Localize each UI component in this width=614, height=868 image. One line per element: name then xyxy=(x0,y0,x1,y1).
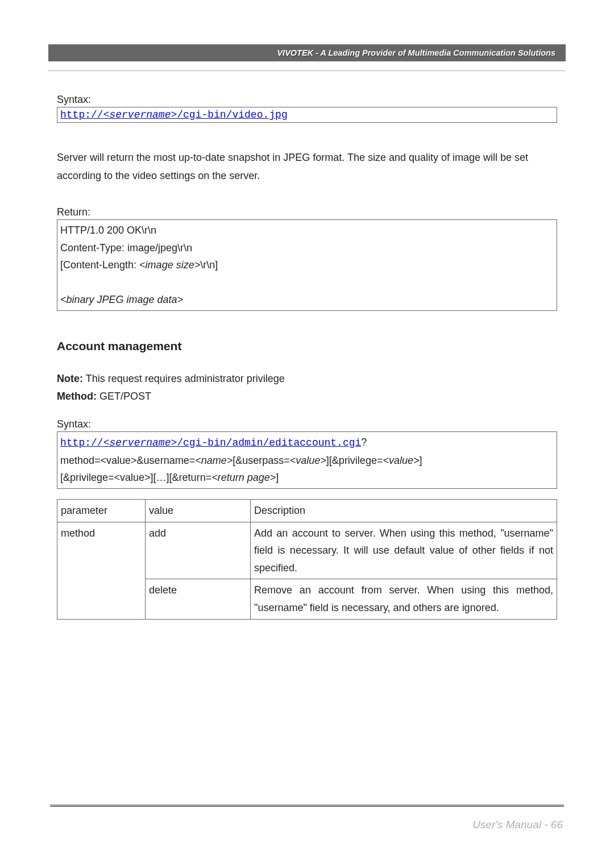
return-line-2: Content-Type: image/jpeg\r\n xyxy=(60,239,554,257)
syntax-line-3: [&privilege=<value>][…][&return=<return … xyxy=(60,469,554,487)
method-label: Method: xyxy=(57,391,97,402)
return-label: Return: xyxy=(57,206,557,218)
table-header-row: parameter value Description xyxy=(57,499,557,522)
params-table: parameter value Description method add A… xyxy=(57,499,557,620)
cell-method: method xyxy=(57,522,146,619)
account-mgmt-heading: Account management xyxy=(57,339,557,353)
return-line-3: [Content-Length: <image size>\r\n] xyxy=(60,256,554,274)
cell-add-desc: Add an account to server. When using thi… xyxy=(251,522,557,579)
syntax-label-2: Syntax: xyxy=(57,418,557,430)
th-parameter: parameter xyxy=(57,499,146,522)
page-footer: User's Manual - 66 xyxy=(472,819,563,831)
cell-add: add xyxy=(146,522,251,579)
return-line-4: <binary JPEG image data> xyxy=(60,291,554,309)
page: VIVOTEK - A Leading Provider of Multimed… xyxy=(0,0,614,868)
snapshot-description: Server will return the most up-to-date s… xyxy=(57,149,557,185)
content: Syntax: http://<servername>/cgi-bin/vide… xyxy=(57,94,557,620)
syntax-line-2: method=<value>&username=<name>[&userpass… xyxy=(60,452,554,470)
note-label: Note: xyxy=(57,373,83,384)
footer-rule xyxy=(50,804,564,807)
cell-delete: delete xyxy=(146,579,251,619)
return-box: HTTP/1.0 200 OK\r\n Content-Type: image/… xyxy=(57,219,557,311)
syntax-box-1: http://<servername>/cgi-bin/video.jpg xyxy=(57,107,557,123)
syntax-box-2: http://<servername>/cgi-bin/admin/editac… xyxy=(57,431,557,489)
cell-delete-desc: Remove an account from server. When usin… xyxy=(251,579,557,619)
header-underline xyxy=(48,70,566,71)
th-value: value xyxy=(146,499,251,522)
header-text: VIVOTEK - A Leading Provider of Multimed… xyxy=(277,48,555,57)
note-block: Note: This request requires administrato… xyxy=(57,370,557,405)
header-bar: VIVOTEK - A Leading Provider of Multimed… xyxy=(48,44,566,61)
note-text: This request requires administrator priv… xyxy=(83,373,285,384)
th-description: Description xyxy=(251,499,557,522)
table-row: method add Add an account to server. Whe… xyxy=(57,522,557,579)
method-text: GET/POST xyxy=(97,391,151,402)
syntax-label-1: Syntax: xyxy=(57,94,557,106)
video-url-link[interactable]: http://<servername>/cgi-bin/video.jpg xyxy=(60,109,288,121)
editaccount-url-link[interactable]: http://<servername>/cgi-bin/admin/editac… xyxy=(60,437,361,448)
return-line-1: HTTP/1.0 200 OK\r\n xyxy=(60,222,554,239)
